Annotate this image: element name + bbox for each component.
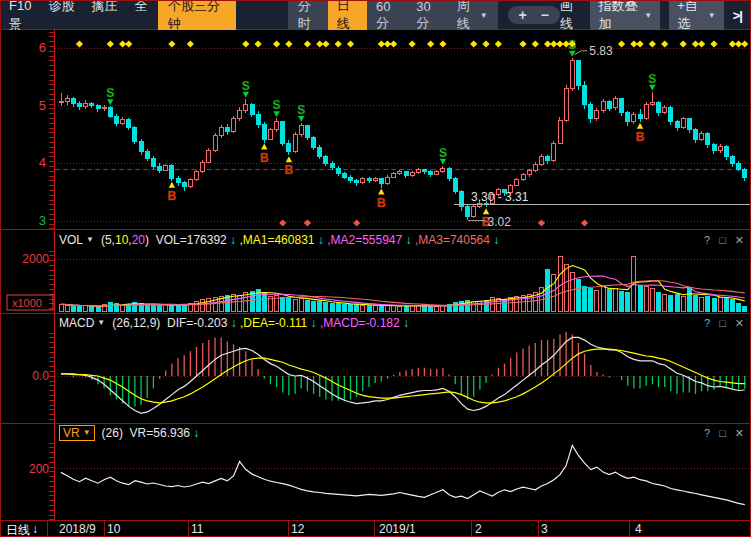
maximize-icon[interactable]: □ [719,316,726,329]
period-label: 分时 [298,0,319,33]
svg-text:B: B [285,163,294,177]
vr-scale-label: 200 [29,462,49,476]
macd-histogram [73,332,745,407]
chevron-down-icon: ▼ [97,318,105,327]
menu-item-1[interactable]: 诊股 [48,0,74,13]
help-icon[interactable]: ? [704,316,710,329]
chevron-down-icon: ▼ [83,428,91,437]
svg-text:S: S [648,72,656,86]
x-axis-month-label: 11 [191,522,203,536]
stock-app-window: F10诊股擒庄全景 个股三分钟 分时日线60分30分周线▼ + − 画线 指数叠… [0,0,751,537]
macd-title: MACD [59,316,94,330]
x-axis-month-label: 2019/1 [379,522,416,536]
close-icon[interactable]: ✕ [735,233,744,246]
axis-separator [47,521,48,537]
x-axis-month-label: 2 [475,522,482,536]
period-indicator[interactable]: 日线 ↓ [6,522,38,537]
vol-title: VOL [59,233,83,247]
arrow-down-icon: ↓ [32,522,38,537]
period-label: 60分 [376,0,398,32]
zoom-out-button[interactable]: − [534,7,556,23]
volume-pane: VOL ▼ (5,10,20) VOL=176392 ↓ ,MA1=460831… [1,229,751,313]
value-segment: ↓ [307,316,320,330]
macd-pane: MACD ▼ (26,12,9) DIF=-0.203 ↓ ,DEA=-0.11… [1,313,751,423]
svg-text:S: S [439,146,447,160]
period-label: 周线 [457,0,476,33]
value-segment: ,MA1=460831 [239,233,314,247]
main-candlestick-pane[interactable]: 6543SSSSSSSBBBBBB5.833.30 - 3.313.02 [1,30,751,229]
vr-pane-buttons: ? □ ✕ [704,426,744,439]
chevron-down-icon: ▼ [644,11,652,20]
zoom-in-button[interactable]: + [512,7,534,23]
vol-unit-label: x1000 [12,297,42,309]
svg-text:3.02: 3.02 [488,215,512,229]
vr-chart[interactable]: 200 [1,441,751,524]
vol-pane-buttons: ? □ ✕ [704,233,744,246]
index-overlay-label: 指数叠加 [598,0,639,33]
x-axis-month-label: 12 [291,522,304,536]
collapse-panel-icon[interactable]: >| [733,8,742,23]
macd-values: (26,12,9) DIF=-0.203 ↓ ,DEA=-0.111 ↓ ,MA… [112,316,409,330]
period-label: 日线 [337,0,358,33]
menu-item-0[interactable]: F10 [9,0,31,13]
axis-separator [288,521,289,537]
axis-separator [374,521,375,537]
macd-header: MACD ▼ (26,12,9) DIF=-0.203 ↓ ,DEA=-0.11… [1,314,751,331]
svg-text:5: 5 [39,98,46,113]
close-icon[interactable]: ✕ [735,426,744,439]
value-segment: (5, [101,233,115,247]
svg-text:4: 4 [39,155,46,170]
date-axis-bar: 日线 ↓ 2018/91011122019/1234 [1,520,751,537]
value-segment: (26,12,9) [112,316,167,330]
help-icon[interactable]: ? [704,426,710,439]
value-segment: ↓ [227,316,240,330]
axis-separator [471,521,472,537]
axis-separator [629,521,630,537]
svg-text:B: B [636,130,645,144]
vr-header: VR ▼ (26) VR=56.936 ↓ ? □ ✕ [1,424,751,441]
period-tab-30分[interactable]: 30分 [407,0,447,34]
chevron-down-icon: ▼ [86,235,94,244]
vr-values: (26) VR=56.936 ↓ [102,426,200,440]
value-segment: (26) [102,426,130,440]
maximize-icon[interactable]: □ [719,426,726,439]
svg-text:3.30 - 3.31: 3.30 - 3.31 [471,190,529,204]
vol-values: (5,10,20) VOL=176392 ↓ ,MA1=460831 ↓ ,MA… [101,233,499,247]
volume-chart[interactable]: 2000x1000 [1,249,751,317]
vol-indicator-selector[interactable]: VOL ▼ [59,233,94,247]
toolbar: F10诊股擒庄全景 个股三分钟 分时日线60分30分周线▼ + − 画线 指数叠… [1,1,750,30]
vr-line [61,445,745,504]
value-segment: 10 [115,233,128,247]
period-tab-60分[interactable]: 60分 [367,0,407,34]
macd-chart[interactable]: 0.0 [1,331,751,427]
x-axis-month-label: 10 [107,522,120,536]
maximize-icon[interactable]: □ [719,233,726,246]
svg-text:S: S [242,79,250,93]
value-segment: ↓ [490,233,499,247]
svg-text:B: B [168,189,177,203]
vr-indicator-selector[interactable]: VR ▼ [59,425,95,441]
value-segment: VOL=176392 [156,233,227,247]
macd-pane-buttons: ? □ ✕ [704,316,744,329]
close-icon[interactable]: ✕ [735,316,744,329]
macd-indicator-selector[interactable]: MACD ▼ [59,316,105,330]
svg-text:S: S [297,103,305,117]
vr-pane: VR ▼ (26) VR=56.936 ↓ ? □ ✕ 200 [1,423,751,520]
macd-zero-label: 0.0 [32,369,49,383]
menu-item-2[interactable]: 擒庄 [91,0,117,13]
draw-line-button[interactable]: 画线 [560,0,582,33]
svg-text:6: 6 [39,40,46,55]
value-segment: ,MA3=740564 [415,233,490,247]
help-icon[interactable]: ? [704,233,710,246]
vol-scale-label: 2000 [22,252,49,266]
svg-text:S: S [273,98,281,112]
svg-text:3: 3 [39,213,46,228]
toolbar-menu: F10诊股擒庄全景 [9,0,158,34]
value-segment: ↓ [400,316,409,330]
chevron-down-icon: ▼ [708,11,716,20]
zoom-group: + − [508,6,560,24]
vol-header: VOL ▼ (5,10,20) VOL=176392 ↓ ,MA1=460831… [1,230,751,249]
chevron-down-icon: ▼ [480,11,488,20]
svg-text:S: S [106,86,114,100]
candlestick-chart[interactable]: 6543SSSSSSSBBBBBB5.833.30 - 3.313.02 [1,30,751,233]
